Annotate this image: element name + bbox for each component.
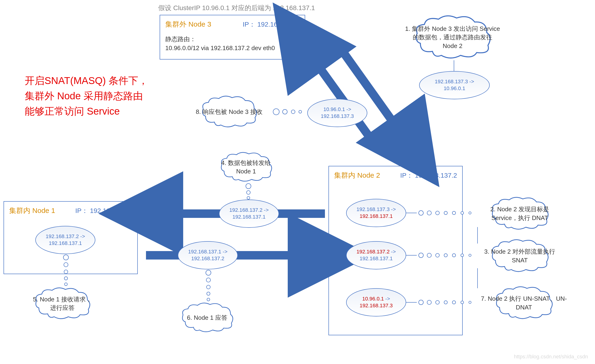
svg-point-21: [207, 298, 210, 301]
svg-point-44: [444, 301, 447, 304]
cloud-step7: 7. Node 2 执行 UN-SNAT、UN-DNAT: [473, 285, 574, 321]
svg-point-10: [273, 109, 279, 115]
svg-point-14: [246, 183, 251, 189]
svg-point-18: [206, 278, 211, 282]
packet-step8: 10.96.0.1 -> 192.168.137.3: [307, 99, 367, 127]
cloud-step1: 1. 集群外 Node 3 发出访问 Service 的数据包，通过静态路由发往…: [400, 13, 505, 61]
packet-step1: 192.168.137.3 -> 10.96.0.1: [419, 71, 490, 99]
svg-point-33: [469, 212, 471, 214]
svg-point-46: [461, 301, 464, 304]
svg-point-35: [427, 253, 431, 257]
svg-point-17: [206, 270, 211, 275]
svg-point-45: [452, 301, 456, 304]
svg-point-40: [469, 254, 471, 257]
svg-point-26: [64, 283, 67, 286]
svg-point-24: [64, 270, 68, 274]
packet-node2-dnat: 192.168.137.3 -> 192.168.137.1: [346, 199, 406, 227]
trail-6: [201, 269, 215, 302]
svg-point-22: [63, 255, 69, 260]
svg-point-42: [427, 300, 431, 304]
packet-node2-snat: 192.168.137.2 -> 192.168.137.1: [346, 241, 406, 269]
trail-4: [241, 183, 255, 201]
svg-point-11: [283, 109, 287, 114]
svg-point-37: [444, 254, 447, 257]
cloud-step2: 2. Node 2 发现目标是 Service，执行 DNAT: [473, 195, 566, 232]
svg-point-38: [452, 254, 456, 257]
svg-point-41: [419, 300, 423, 305]
svg-point-23: [64, 263, 68, 267]
cloud-step4: 4. 数据包被转发给 Node 1: [212, 151, 280, 183]
svg-point-12: [291, 110, 295, 114]
svg-point-32: [461, 211, 464, 214]
svg-point-16: [247, 196, 250, 199]
cloud-step6: 6. Node 1 应答: [172, 301, 242, 334]
svg-point-27: [419, 210, 423, 215]
cloud-step8: 8. 响应包被 Node 3 接收: [185, 94, 273, 129]
packet-step6: 192.168.137.1 -> 192.168.137.2: [178, 241, 238, 269]
packet-node1: 192.168.137.2 -> 192.168.137.1: [35, 226, 95, 254]
svg-point-13: [299, 110, 302, 113]
svg-point-20: [207, 292, 210, 295]
trail-2: [416, 203, 474, 222]
svg-point-31: [452, 211, 456, 215]
svg-point-29: [436, 211, 439, 215]
svg-point-28: [427, 211, 431, 215]
svg-point-25: [64, 277, 68, 280]
svg-point-43: [436, 301, 439, 304]
trail-7: [416, 293, 474, 312]
cloud-step3: 3. Node 2 对外部流量执行 SNAT: [473, 238, 566, 274]
packet-step4: 192.168.137.2 -> 192.168.137.1: [219, 200, 279, 228]
svg-point-15: [247, 191, 250, 194]
packet-node2-undo: 10.96.0.1 -> 192.168.137.3: [346, 288, 406, 316]
svg-point-39: [461, 254, 464, 257]
trail-8: [272, 105, 310, 119]
cloud-step5: 5. Node 1 接收请求，进行应答: [26, 286, 99, 321]
svg-point-47: [469, 301, 471, 303]
svg-point-34: [419, 253, 423, 258]
svg-point-30: [444, 211, 447, 215]
trail-5: [59, 254, 73, 287]
watermark: https://blog.csdn.net/shida_csdn: [514, 354, 588, 360]
svg-point-19: [206, 285, 210, 289]
trail-3: [416, 246, 474, 265]
svg-point-36: [436, 253, 439, 257]
